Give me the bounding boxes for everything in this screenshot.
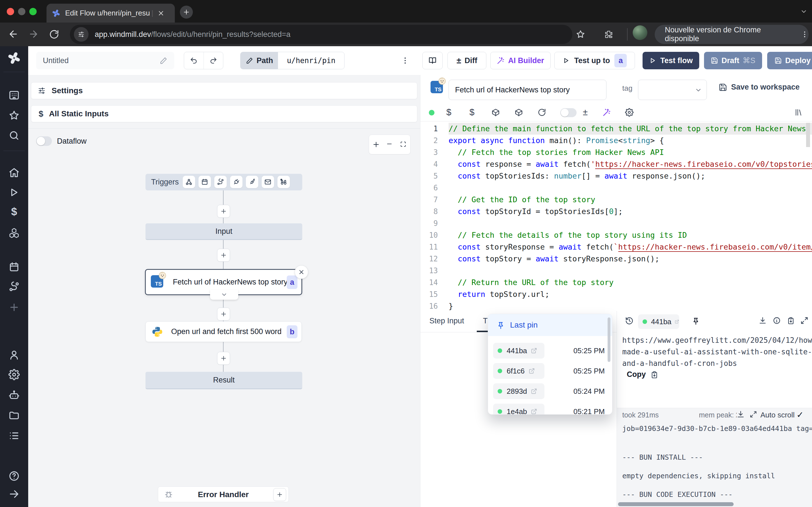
route-trigger-button[interactable] <box>214 176 227 188</box>
editor-settings-gear-icon[interactable] <box>625 108 633 117</box>
code-line[interactable]: 7 // Get the ID of the top story <box>420 194 812 206</box>
sidebar-item-help-icon[interactable] <box>8 470 20 482</box>
sidebar-item-variables-icon[interactable]: $ <box>8 206 20 217</box>
pin-hash-chip[interactable]: 6f1c6 <box>493 363 545 379</box>
sidebar-item-favorites-icon[interactable] <box>8 110 20 121</box>
pin-history-item[interactable]: 2893d05:24 PM <box>488 381 612 401</box>
copy-result-icon[interactable] <box>787 317 795 325</box>
zoom-out-icon[interactable] <box>386 140 394 149</box>
more-options-kebab-icon[interactable] <box>401 56 409 65</box>
code-line[interactable]: 2export async function main(): Promise<s… <box>420 135 812 147</box>
dropdown-scrollbar[interactable] <box>608 318 610 362</box>
pin-history-item[interactable]: 6f1c605:25 PM <box>488 361 612 381</box>
variables-icon[interactable]: $ <box>446 107 451 117</box>
browser-tab[interactable]: Edit Flow u/henri/pin_results | <box>47 4 175 22</box>
webhook-trigger-button[interactable] <box>183 176 195 188</box>
pin-hash-chip[interactable]: 2893d <box>493 383 545 399</box>
test-up-to-button[interactable]: Test up to a <box>554 52 635 69</box>
email-trigger-button[interactable] <box>262 176 274 188</box>
new-tab-button[interactable] <box>180 6 193 18</box>
reload-script-icon[interactable] <box>538 108 546 117</box>
external-link-icon[interactable] <box>675 319 679 325</box>
code-line[interactable]: 5 const topStoriesIds: number[] = await … <box>420 170 812 182</box>
poll-trigger-button[interactable] <box>277 176 290 188</box>
ai-wand-icon[interactable] <box>603 108 611 117</box>
close-window-button[interactable] <box>7 8 14 15</box>
close-tab-icon[interactable] <box>157 10 165 17</box>
add-step-button[interactable] <box>217 249 230 262</box>
forward-icon[interactable] <box>28 29 39 40</box>
code-line[interactable]: 6 <box>420 182 812 194</box>
zoom-in-icon[interactable] <box>372 140 380 149</box>
copy-button[interactable]: Copy <box>627 370 658 379</box>
undo-button[interactable] <box>184 52 204 69</box>
library-icon[interactable] <box>794 108 803 117</box>
tab-search-chevron-icon[interactable] <box>800 8 808 15</box>
code-line[interactable]: 10 // Fetch the details of the top story… <box>420 229 812 241</box>
code-line[interactable]: 12 const topStory = await storyResponse.… <box>420 253 812 265</box>
test-flow-button[interactable]: Test flow <box>643 52 699 69</box>
path-value[interactable]: u/henri/pin <box>278 52 345 69</box>
pin-icon[interactable] <box>692 317 700 325</box>
chrome-update-chip[interactable]: Nouvelle version de Chrome disponible <box>655 25 809 44</box>
code-line[interactable]: 3 // Fetch the top stories from Hacker N… <box>420 147 812 158</box>
sidebar-item-runs-icon[interactable] <box>8 187 20 198</box>
deploy-button[interactable]: Deploy <box>767 52 812 69</box>
check-icon[interactable]: ✓ <box>797 410 804 420</box>
log-horizontal-scrollbar[interactable] <box>618 502 733 506</box>
download-result-icon[interactable] <box>759 317 767 325</box>
expand-logs-icon[interactable] <box>750 411 757 418</box>
package-lock-icon[interactable] <box>515 108 523 117</box>
pin-hash-chip[interactable]: 441ba <box>493 343 545 358</box>
expand-step-chevron[interactable] <box>210 290 238 300</box>
sidebar-item-audit-logs-icon[interactable] <box>8 430 20 441</box>
external-link-icon[interactable] <box>531 388 537 394</box>
external-link-icon[interactable] <box>531 348 537 354</box>
pin-history-item[interactable]: 1e4ab05:21 PM <box>488 401 612 414</box>
external-link-icon[interactable] <box>529 368 535 374</box>
bookmark-star-icon[interactable] <box>576 30 585 39</box>
external-link-icon[interactable] <box>531 408 537 414</box>
result-node[interactable]: Result <box>146 372 302 389</box>
info-icon[interactable] <box>773 317 781 325</box>
step-summary-input[interactable] <box>449 80 606 100</box>
site-settings-button[interactable] <box>74 27 89 42</box>
fit-view-icon[interactable] <box>400 141 407 148</box>
pin-hash-chip[interactable]: 1e4ab <box>493 404 545 414</box>
chrome-menu-kebab-icon[interactable] <box>801 31 809 38</box>
code-editor[interactable]: 1// Define the main function to fetch th… <box>420 122 812 312</box>
sidebar-item-resources-icon[interactable] <box>8 227 20 238</box>
all-static-inputs-row[interactable]: $ All Static Inputs <box>31 105 417 122</box>
sidebar-item-settings-icon[interactable] <box>8 369 20 380</box>
pin-history-item[interactable]: 441ba05:25 PM <box>488 341 612 361</box>
add-step-button[interactable] <box>217 307 230 321</box>
result-hash-chip[interactable]: 441ba <box>638 314 679 329</box>
tab-test-partial[interactable]: T <box>483 317 488 325</box>
reload-icon[interactable] <box>49 29 59 40</box>
zoom-window-button[interactable] <box>29 8 37 15</box>
editor-vertical-scrollbar[interactable] <box>806 123 810 147</box>
sidebar-item-folders-icon[interactable] <box>8 410 20 421</box>
input-node[interactable]: Input <box>146 223 302 240</box>
add-step-button[interactable] <box>217 205 230 218</box>
minimize-window-button[interactable] <box>18 8 26 15</box>
websocket-trigger-button[interactable] <box>230 176 243 188</box>
code-line[interactable]: 8 const topStoryId = topStoriesIds[0]; <box>420 206 812 217</box>
avatar[interactable] <box>633 25 647 40</box>
redo-button[interactable] <box>204 52 223 69</box>
diff-button[interactable]: ± Diff <box>448 52 486 69</box>
docs-button[interactable] <box>422 52 443 69</box>
code-line[interactable]: 11 const storyResponse = await fetch(`ht… <box>420 241 812 253</box>
back-icon[interactable] <box>8 29 18 40</box>
ai-builder-button[interactable]: AI Builder <box>490 52 551 69</box>
flow-settings-row[interactable]: Settings <box>31 82 417 99</box>
draft-button[interactable]: Draft ⌘S <box>704 52 762 69</box>
sidebar-item-workspace-icon[interactable] <box>8 90 20 101</box>
last-pin-option[interactable]: Last pin <box>488 314 612 336</box>
sidebar-item-workers-icon[interactable] <box>8 390 20 401</box>
history-icon[interactable] <box>625 317 633 325</box>
sidebar-expand-icon[interactable] <box>8 489 20 500</box>
dataflow-toggle[interactable] <box>36 136 52 146</box>
add-step-button[interactable] <box>217 352 230 365</box>
code-line[interactable]: 9 <box>420 217 812 229</box>
